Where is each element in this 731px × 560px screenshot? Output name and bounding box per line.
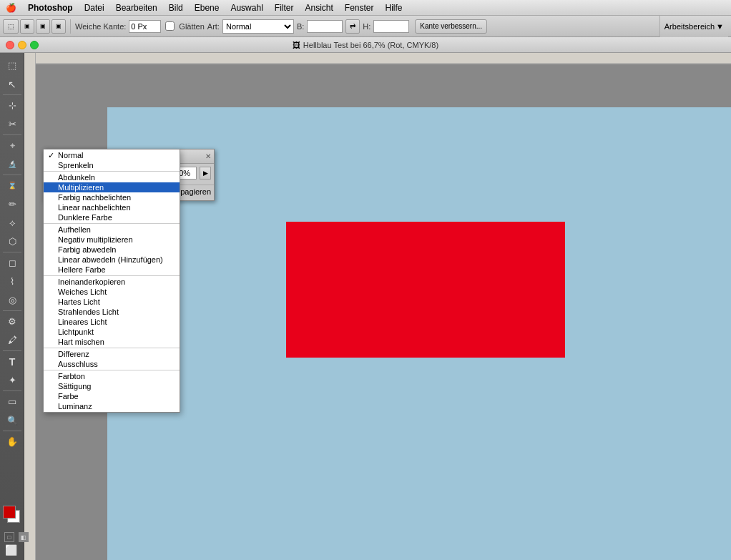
blend-group-6: Farbton Sättigung Farbe Luminanz	[44, 370, 180, 412]
blend-item-lichtpunkt[interactable]: Lichtpunkt	[44, 327, 180, 337]
blend-item-sprenkeln[interactable]: Sprenkeln	[44, 160, 180, 170]
tool-blur[interactable]: ◎	[1, 291, 23, 309]
tool-divider-1	[3, 94, 21, 95]
selection-mode-btn[interactable]: ⬚	[3, 19, 19, 34]
blend-item-normal[interactable]: ✓ Normal	[44, 150, 180, 160]
blend-item-aufhellen[interactable]: Aufhellen	[44, 225, 180, 235]
menu-hilfe[interactable]: Hilfe	[380, 0, 408, 16]
app-menu-photoshop[interactable]: Photoshop	[22, 0, 79, 16]
blend-group-4: Ineinanderkopieren Weiches Licht Hartes …	[44, 276, 180, 348]
tool-gradient[interactable]: ⌇	[1, 272, 23, 290]
blend-item-lineares-licht[interactable]: Lineares Licht	[44, 317, 180, 327]
menu-ebene[interactable]: Ebene	[189, 0, 225, 16]
blend-item-strahlendes-licht[interactable]: Strahlendes Licht	[44, 307, 180, 317]
tool-pen[interactable]: 🖍	[1, 331, 23, 349]
blend-item-hellere-farbe[interactable]: Hellere Farbe	[44, 265, 180, 275]
tool-eraser[interactable]: ◻	[1, 254, 23, 272]
tool-divider-8	[3, 431, 21, 431]
blend-item-hartes-licht[interactable]: Hartes Licht	[44, 297, 180, 307]
blend-item-farbton[interactable]: Farbton	[44, 371, 180, 381]
doc-title: Hellblau Test bei 66,7% (Rot, CMYK/8)	[303, 41, 438, 49]
menu-filter[interactable]: Filter	[269, 0, 300, 16]
tool-path-select[interactable]: ✦	[1, 371, 23, 389]
menu-auswahl[interactable]: Auswahl	[225, 0, 268, 16]
tool-move[interactable]: ↖	[1, 75, 23, 93]
blend-item-linear-abwedeln[interactable]: Linear abwedeln (Hinzufügen)	[44, 255, 180, 265]
blend-item-farbig-abwedeln[interactable]: Farbig abwedeln	[44, 245, 180, 255]
panel-close-btn[interactable]: ✕	[205, 152, 211, 160]
menu-datei[interactable]: Datei	[79, 0, 110, 16]
blend-item-ausschluss[interactable]: Ausschluss	[44, 359, 180, 369]
arbeitsbereich-arrow: ▼	[716, 22, 724, 31]
art-select[interactable]: Normal	[222, 19, 294, 34]
tool-divider-4	[3, 252, 21, 252]
glaetten-label: Glätten	[179, 22, 204, 31]
menu-bearbeiten[interactable]: Bearbeiten	[110, 0, 163, 16]
h-ruler-ticks: /* ruler ticks rendered via CSS pattern …	[36, 53, 731, 64]
blend-item-ineinanderkopieren[interactable]: Ineinanderkopieren	[44, 277, 180, 287]
blend-item-multiplizieren[interactable]: Multiplizieren	[44, 182, 180, 192]
tool-shape[interactable]: ▭	[1, 393, 23, 411]
hoehe-label: H:	[363, 22, 371, 31]
menu-bild[interactable]: Bild	[163, 0, 189, 16]
menu-fenster[interactable]: Fenster	[339, 0, 380, 16]
quick-mask-group: □ ◧	[3, 531, 30, 543]
apple-menu[interactable]: 🍎	[0, 0, 22, 16]
tool-divider-3	[3, 175, 21, 175]
blend-item-abdunkeln[interactable]: Abdunkeln	[44, 172, 180, 182]
blend-item-farbe[interactable]: Farbe	[44, 391, 180, 401]
opacity-arrow-btn[interactable]: ▶	[200, 167, 211, 180]
tool-brush[interactable]: ✏	[1, 195, 23, 213]
glaetten-checkbox[interactable]	[165, 21, 175, 31]
weiche-kante-input[interactable]	[129, 20, 161, 33]
blend-item-hart-mischen[interactable]: Hart mischen	[44, 337, 180, 347]
blend-item-luminanz[interactable]: Luminanz	[44, 401, 180, 411]
kante-verbessern-btn[interactable]: Kante verbessern...	[415, 19, 487, 34]
tool-heal[interactable]: ⌛	[1, 177, 23, 195]
tool-divider-7	[3, 390, 21, 391]
blend-item-farbig-nachbelichten[interactable]: Farbig nachbelichten	[44, 192, 180, 202]
blend-item-saettigung[interactable]: Sättigung	[44, 381, 180, 391]
minimize-btn[interactable]	[18, 41, 26, 49]
blend-item-dunklere-farbe[interactable]: Dunklere Farbe	[44, 212, 180, 222]
blend-group-2: Abdunkeln Multiplizieren Farbig nachbeli…	[44, 172, 180, 224]
blend-item-weiches-licht[interactable]: Weiches Licht	[44, 287, 180, 297]
blend-mode-popup: ✓ Normal Sprenkeln Abdunkeln Multiplizie…	[43, 149, 180, 413]
tool-hand[interactable]: ✋	[1, 433, 23, 451]
close-btn[interactable]	[6, 41, 14, 49]
selection-add-btn[interactable]: ▣	[20, 19, 34, 34]
hoehe-input[interactable]	[373, 20, 409, 33]
tool-lasso[interactable]: ⊹	[1, 97, 23, 114]
tool-history-brush[interactable]: ⬡	[1, 232, 23, 250]
foreground-color-swatch[interactable]	[3, 506, 16, 519]
menu-ansicht[interactable]: Ansicht	[299, 0, 338, 16]
tool-dodge[interactable]: ⚙	[1, 313, 23, 330]
selection-intersect-btn[interactable]: ▣	[51, 19, 66, 34]
apple-icon: 🍎	[6, 3, 16, 13]
blend-item-linear-nachbelichten[interactable]: Linear nachbelichten	[44, 202, 180, 212]
arbeitsbereich-btn[interactable]: Arbeitsbereich ▼	[659, 16, 728, 37]
breite-input[interactable]	[307, 20, 343, 33]
blend-group-5: Differenz Ausschluss	[44, 348, 180, 370]
blend-group-1: ✓ Normal Sprenkeln	[44, 149, 180, 172]
quick-mask-btn[interactable]: ◧	[19, 532, 29, 542]
toolbox: ⬚ ↖ ⊹ ✂ ⌖ 🔬 ⌛ ✏ ⟡ ⬡ ◻ ⌇ ◎ ⚙ 🖍 T ✦ ▭ 🔍 ✋	[0, 53, 24, 560]
standard-mode-btn[interactable]: □	[4, 532, 14, 542]
tool-type[interactable]: T	[1, 353, 23, 370]
screen-mode-btn[interactable]: ⬜	[5, 544, 17, 556]
tool-marquee[interactable]: ⬚	[1, 57, 23, 74]
tool-crop[interactable]: ⌖	[1, 137, 23, 154]
blend-item-differenz[interactable]: Differenz	[44, 349, 180, 359]
tool-eyedropper[interactable]: 🔬	[1, 155, 23, 173]
maximize-btn[interactable]	[30, 41, 39, 49]
menu-bar: 🍎 Photoshop Datei Bearbeiten Bild Ebene …	[0, 0, 731, 16]
selection-sub-btn[interactable]: ▣	[36, 19, 50, 34]
tool-magic-wand[interactable]: ✂	[1, 115, 23, 133]
color-swatch[interactable]	[3, 506, 21, 524]
workspace: 🖼 Hellblau Test bei 66,7% (Rot, CMYK/8) …	[0, 37, 731, 560]
tool-zoom[interactable]: 🔍	[1, 411, 23, 429]
blend-item-negativ-multiplizieren[interactable]: Negativ multiplizieren	[44, 235, 180, 245]
tool-stamp[interactable]: ⟡	[1, 214, 23, 232]
swap-dimensions-btn[interactable]: ⇄	[345, 19, 360, 34]
v-ruler	[24, 53, 36, 560]
